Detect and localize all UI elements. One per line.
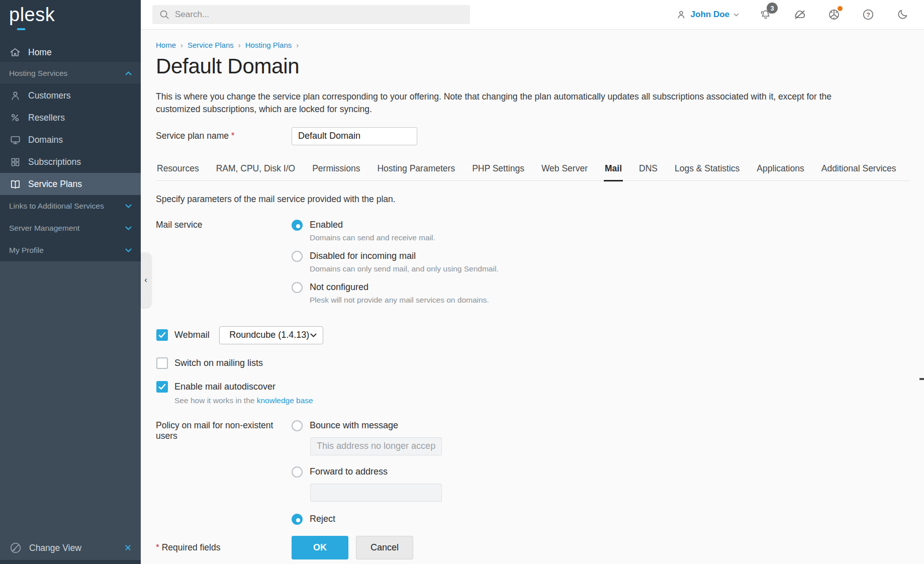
- scrollbar-thumb[interactable]: [919, 378, 924, 380]
- sidebar-section-label: My Profile: [9, 246, 44, 255]
- page-content: Home › Service Plans › Hosting Plans › D…: [141, 30, 924, 559]
- radio-not-configured[interactable]: [292, 282, 303, 293]
- mailing-lists-checkbox[interactable]: [156, 357, 168, 369]
- extensions-button[interactable]: [826, 7, 842, 22]
- webmail-label[interactable]: Webmail: [174, 330, 210, 340]
- sidebar-section-label: Server Management: [9, 224, 79, 233]
- policy-option-forward: Forward to address: [292, 466, 442, 502]
- breadcrumb: Home › Service Plans › Hosting Plans ›: [156, 41, 910, 49]
- autodiscover-checkbox[interactable]: [156, 381, 168, 393]
- cancel-button[interactable]: Cancel: [356, 536, 413, 559]
- radio-label[interactable]: Enabled: [310, 220, 343, 230]
- breadcrumb-hosting-plans[interactable]: Hosting Plans: [245, 41, 292, 49]
- breadcrumb-home[interactable]: Home: [156, 41, 176, 49]
- autodiscover-row: Enable mail autodiscover: [156, 381, 910, 393]
- tab-web-server[interactable]: Web Server: [540, 163, 589, 180]
- mail-option-enabled: Enabled Domains can send and receive mai…: [292, 220, 499, 242]
- topbar: John Doe 3 ?: [141, 0, 924, 30]
- radio-description: Domains can send and receive mail.: [310, 233, 499, 242]
- bounce-message-input: [310, 437, 442, 455]
- tab-resources[interactable]: Resources: [156, 163, 200, 180]
- policy-row: Policy on mail for non-existent users Bo…: [156, 420, 910, 525]
- notification-badge: 3: [767, 3, 778, 14]
- webmail-select[interactable]: Roundcube (1.4.13): [219, 326, 323, 344]
- radio-reject[interactable]: [292, 514, 303, 525]
- radio-bounce[interactable]: [292, 420, 303, 431]
- mail-service-label: Mail service: [156, 220, 292, 313]
- search-box[interactable]: [152, 5, 470, 24]
- sidebar-item-customers[interactable]: Customers: [0, 84, 141, 107]
- updates-dot: [838, 6, 843, 11]
- sidebar-section-label: Hosting Services: [9, 69, 67, 78]
- radio-label[interactable]: Disabled for incoming mail: [310, 251, 416, 261]
- search-input[interactable]: [175, 10, 464, 20]
- sidebar-section-hosting-services[interactable]: Hosting Services: [0, 62, 141, 84]
- plan-name-input[interactable]: [292, 127, 417, 145]
- sidebar-item-subscriptions[interactable]: Subscriptions: [0, 151, 141, 173]
- help-button[interactable]: ?: [861, 7, 876, 22]
- main-area: John Doe 3 ?: [141, 0, 924, 564]
- breadcrumb-service-plans[interactable]: Service Plans: [188, 41, 234, 49]
- sidebar-collapse-handle[interactable]: ‹: [141, 253, 151, 307]
- plan-name-label: Service plan name *: [156, 131, 292, 141]
- mail-option-not-configured: Not configured Plesk will not provide an…: [292, 282, 499, 305]
- radio-label[interactable]: Bounce with message: [310, 420, 398, 431]
- cloud-off-icon[interactable]: [792, 7, 807, 22]
- resellers-icon: [9, 112, 21, 124]
- user-name: John Doe: [691, 10, 729, 20]
- radio-disabled-incoming[interactable]: [292, 251, 303, 262]
- sidebar-section-links-additional-services[interactable]: Links to Additional Services: [0, 195, 141, 217]
- sidebar-lower-area: [0, 261, 141, 564]
- chevron-up-icon: [125, 71, 132, 75]
- radio-label[interactable]: Not configured: [310, 282, 368, 293]
- forward-address-input: [310, 484, 442, 502]
- tab-ram-cpu-disk[interactable]: RAM, CPU, Disk I/O: [215, 163, 297, 180]
- tab-hosting-parameters[interactable]: Hosting Parameters: [376, 163, 456, 180]
- sidebar-item-service-plans[interactable]: Service Plans: [0, 173, 141, 195]
- mailing-lists-label[interactable]: Switch on mailing lists: [174, 358, 263, 368]
- sidebar-item-home[interactable]: Home: [0, 42, 141, 62]
- plesk-logo[interactable]: plesk: [0, 0, 141, 42]
- sidebar-item-label: Subscriptions: [28, 157, 81, 167]
- knowledge-base-link[interactable]: knowledge base: [257, 396, 313, 405]
- user-menu[interactable]: John Doe: [676, 9, 739, 20]
- radio-description: Domains can only send mail, and only usi…: [310, 264, 499, 273]
- tab-mail[interactable]: Mail: [604, 163, 623, 181]
- sidebar-item-domains[interactable]: Domains: [0, 129, 141, 151]
- webmail-checkbox[interactable]: [156, 329, 168, 341]
- ok-button[interactable]: OK: [292, 536, 348, 559]
- breadcrumb-separator-icon: ›: [238, 41, 241, 49]
- required-fields-note: * Required fields: [156, 542, 292, 553]
- tab-php-settings[interactable]: PHP Settings: [471, 163, 525, 180]
- required-asterisk: *: [156, 542, 159, 552]
- radio-forward[interactable]: [292, 466, 303, 478]
- chevron-down-icon: [733, 13, 739, 17]
- required-asterisk: *: [231, 131, 235, 141]
- header-icons: John Doe 3 ?: [676, 7, 924, 22]
- radio-label[interactable]: Reject: [310, 514, 335, 524]
- autodiscover-label[interactable]: Enable mail autodiscover: [174, 382, 275, 392]
- tab-dns[interactable]: DNS: [638, 163, 659, 180]
- tab-applications[interactable]: Applications: [756, 163, 805, 180]
- tab-permissions[interactable]: Permissions: [311, 163, 361, 180]
- svg-text:?: ?: [866, 12, 870, 19]
- sidebar: plesk Home Hosting Services Customers: [0, 0, 141, 564]
- notifications-button[interactable]: 3: [758, 7, 773, 22]
- webmail-row: Webmail Roundcube (1.4.13): [156, 326, 910, 344]
- page-title: Default Domain: [156, 54, 910, 78]
- sidebar-item-resellers[interactable]: Resellers: [0, 107, 141, 129]
- sidebar-section-server-management[interactable]: Server Management: [0, 217, 141, 239]
- radio-enabled[interactable]: [292, 220, 303, 231]
- tab-additional-services[interactable]: Additional Services: [820, 163, 897, 180]
- breadcrumb-separator-icon: ›: [180, 41, 183, 49]
- dark-mode-toggle[interactable]: [895, 7, 910, 22]
- plan-name-row: Service plan name *: [156, 127, 910, 145]
- plesk-app: plesk Home Hosting Services Customers: [0, 0, 924, 564]
- sidebar-section-my-profile[interactable]: My Profile: [0, 239, 141, 261]
- close-icon[interactable]: ✕: [124, 542, 132, 553]
- tab-logs-statistics[interactable]: Logs & Statistics: [674, 163, 741, 180]
- webmail-select-value: Roundcube (1.4.13): [229, 330, 310, 340]
- radio-label[interactable]: Forward to address: [310, 466, 388, 477]
- policy-option-reject: Reject: [292, 514, 442, 525]
- change-view-button[interactable]: Change View ✕: [0, 536, 141, 560]
